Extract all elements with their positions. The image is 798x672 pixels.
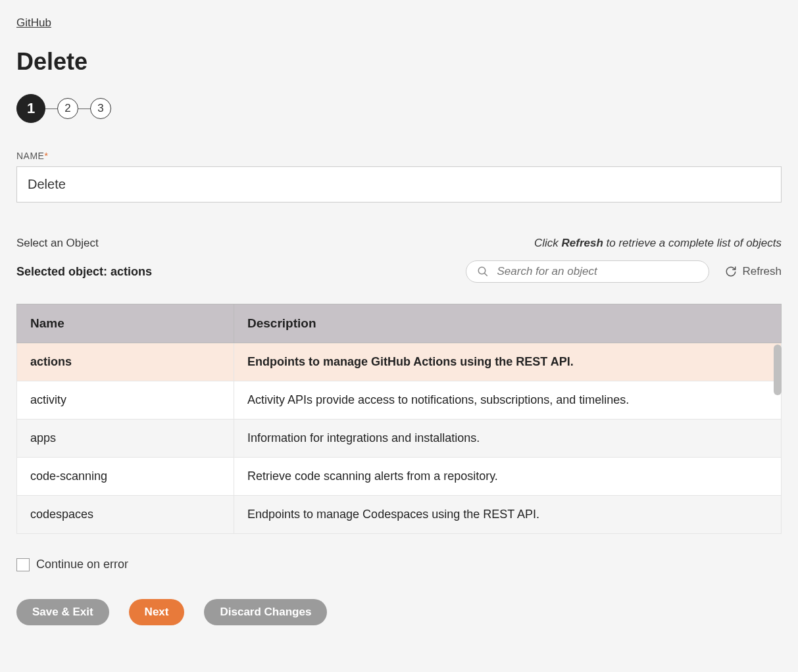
page-title: Delete [16, 48, 782, 76]
next-button[interactable]: Next [129, 599, 185, 625]
name-field-label: NAME* [16, 151, 782, 161]
step-3[interactable]: 3 [90, 98, 111, 119]
svg-point-0 [479, 267, 486, 274]
search-wrap[interactable] [466, 260, 709, 283]
search-icon [477, 266, 489, 277]
refresh-icon [725, 266, 737, 277]
selected-value: actions [111, 265, 152, 278]
refresh-label: Refresh [742, 265, 782, 278]
svg-line-1 [485, 273, 488, 276]
search-input[interactable] [497, 265, 698, 278]
stepper: 1 2 3 [16, 94, 782, 123]
name-input[interactable] [16, 166, 782, 203]
step-1[interactable]: 1 [16, 94, 45, 123]
table-row[interactable]: codespacesEndpoints to manage Codespaces… [17, 496, 782, 534]
cell-description: Activity APIs provide access to notifica… [234, 381, 782, 420]
cell-description: Information for integrations and install… [234, 420, 782, 458]
name-label-text: NAME [16, 151, 44, 161]
table-row[interactable]: code-scanningRetrieve code scanning aler… [17, 458, 782, 496]
select-object-label: Select an Object [16, 237, 99, 250]
refresh-button[interactable]: Refresh [725, 265, 782, 278]
cell-name: actions [17, 343, 234, 381]
required-indicator: * [44, 151, 48, 161]
column-header-description[interactable]: Description [234, 304, 782, 343]
hint-bold: Refresh [562, 237, 603, 249]
cell-name: code-scanning [17, 458, 234, 496]
cell-description: Endpoints to manage GitHub Actions using… [234, 343, 782, 381]
breadcrumb-parent-link[interactable]: GitHub [16, 16, 51, 29]
object-table-wrap: Name Description actionsEndpoints to man… [16, 304, 782, 534]
step-connector [45, 108, 57, 109]
hint-suffix: to retrieve a complete list of objects [603, 237, 782, 249]
cell-description: Endpoints to manage Codespaces using the… [234, 496, 782, 534]
cell-name: codespaces [17, 496, 234, 534]
save-exit-button[interactable]: Save & Exit [16, 599, 109, 625]
table-row[interactable]: appsInformation for integrations and ins… [17, 420, 782, 458]
continue-on-error-checkbox[interactable] [16, 558, 30, 571]
step-connector [78, 108, 90, 109]
object-table: Name Description actionsEndpoints to man… [16, 304, 782, 534]
table-row[interactable]: activityActivity APIs provide access to … [17, 381, 782, 420]
column-header-name[interactable]: Name [17, 304, 234, 343]
selected-prefix: Selected object: [16, 265, 111, 278]
discard-changes-button[interactable]: Discard Changes [204, 599, 327, 625]
continue-on-error-label: Continue on error [36, 558, 128, 571]
table-row[interactable]: actionsEndpoints to manage GitHub Action… [17, 343, 782, 381]
cell-name: apps [17, 420, 234, 458]
hint-prefix: Click [534, 237, 562, 249]
refresh-hint: Click Refresh to retrieve a complete lis… [534, 237, 782, 250]
cell-description: Retrieve code scanning alerts from a rep… [234, 458, 782, 496]
table-scrollbar[interactable] [774, 345, 782, 395]
cell-name: activity [17, 381, 234, 420]
selected-object-label: Selected object: actions [16, 265, 152, 279]
step-2[interactable]: 2 [57, 98, 78, 119]
